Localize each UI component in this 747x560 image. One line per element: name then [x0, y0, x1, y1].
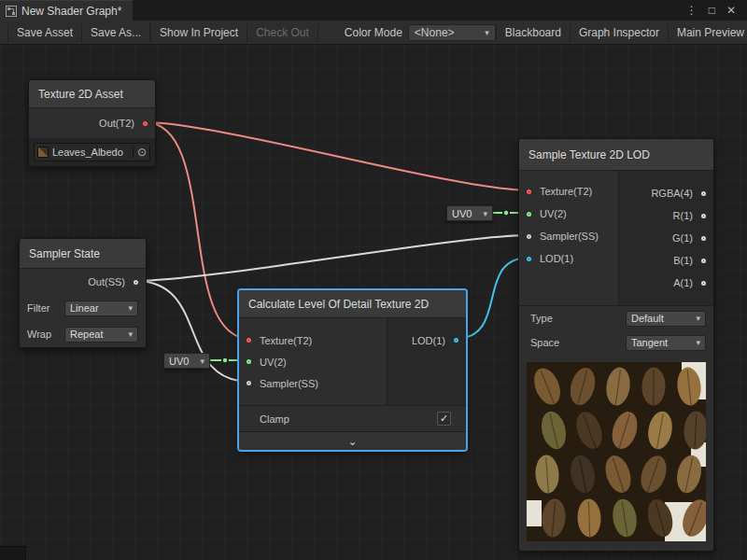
- node-preview: [519, 355, 713, 551]
- uv-channel-dropdown-calc[interactable]: UV0 ▾: [163, 353, 210, 369]
- ports-section: Texture(T2) UV(2) Sampler(SS) LOD(1): [519, 171, 713, 305]
- show-in-project-button[interactable]: Show In Project: [150, 23, 247, 42]
- filter-label: Filter: [27, 302, 59, 314]
- filter-value: Linear: [70, 302, 99, 314]
- port-out-b[interactable]: [701, 259, 706, 263]
- texture-name: Leaves_Albedo: [52, 147, 129, 158]
- port-in-uv[interactable]: [247, 359, 251, 364]
- color-mode-value: <None>: [415, 26, 455, 39]
- type-value: Default: [631, 313, 664, 324]
- port-row: Sampler(SS): [519, 225, 618, 247]
- edge-sampler-to-sample[interactable]: [135, 235, 529, 281]
- node-header[interactable]: Sampler State: [20, 239, 146, 269]
- node-calculate-lod[interactable]: Calculate Level Of Detail Texture 2D Tex…: [238, 289, 467, 451]
- node-header[interactable]: Sample Texture 2D LOD: [519, 139, 713, 171]
- toolbar: Save Asset Save As... Show In Project Ch…: [0, 21, 747, 45]
- port-row: UV(2): [519, 203, 618, 225]
- collapse-bar[interactable]: ⌄: [239, 431, 466, 450]
- space-value: Tangent: [631, 337, 668, 348]
- edge-texture-to-sample[interactable]: [145, 122, 529, 190]
- wrap-label: Wrap: [27, 329, 59, 340]
- port-row-out-t2: Out(T2): [29, 108, 155, 138]
- port-row: LOD(1): [519, 247, 618, 270]
- object-picker-icon[interactable]: ⊙: [133, 147, 147, 158]
- node-sample-texture-2d-lod[interactable]: Sample Texture 2D LOD Texture(T2) UV(2) …: [518, 138, 714, 552]
- node-sampler-state[interactable]: Sampler State Out(SS) Filter Linear ▾ Wr…: [19, 238, 147, 348]
- port-in-uv[interactable]: [527, 212, 531, 217]
- check-out-button[interactable]: Check Out: [247, 23, 318, 42]
- graph-inspector-button[interactable]: Graph Inspector: [571, 23, 669, 42]
- node-texture-2d-asset[interactable]: Texture 2D Asset Out(T2) Leaves_Albedo ⊙: [28, 79, 156, 167]
- clamp-checkbox[interactable]: ✓: [437, 412, 451, 426]
- port-row: Texture(T2): [239, 329, 387, 351]
- space-row: Space Tangent ▾: [519, 330, 713, 355]
- port-row: Sampler(SS): [239, 372, 387, 394]
- type-row: Type Default ▾: [519, 306, 713, 330]
- output-ports: LOD(1): [387, 318, 466, 405]
- chevron-down-icon: ▾: [128, 303, 133, 313]
- uv-dot-sample: [504, 211, 508, 215]
- space-dropdown[interactable]: Tangent ▾: [626, 335, 706, 351]
- type-dropdown[interactable]: Default ▾: [626, 311, 706, 327]
- save-as-button[interactable]: Save As...: [82, 23, 150, 42]
- port-in-sampler[interactable]: [527, 234, 531, 239]
- window-title: New Shader Graph*: [21, 5, 121, 18]
- type-label: Type: [530, 313, 553, 324]
- port-out-g[interactable]: [701, 236, 706, 241]
- port-label: G(1): [672, 232, 713, 244]
- port-out-ss[interactable]: [134, 280, 138, 285]
- port-out-r[interactable]: [701, 214, 706, 218]
- menu-icon[interactable]: ⋮: [681, 4, 703, 17]
- blackboard-button[interactable]: Blackboard: [496, 23, 571, 42]
- input-ports: Texture(T2) UV(2) Sampler(SS): [239, 318, 387, 405]
- port-in-sampler[interactable]: [247, 381, 251, 385]
- port-row: LOD(1): [388, 329, 466, 351]
- close-icon[interactable]: ✕: [721, 4, 741, 17]
- chevron-down-icon: ▾: [128, 329, 133, 339]
- wrap-value: Repeat: [70, 329, 103, 340]
- main-preview-button[interactable]: Main Preview: [669, 23, 747, 42]
- port-row: RGBA(4): [619, 182, 713, 204]
- wrap-row: Wrap Repeat ▾: [20, 321, 146, 347]
- edge-texture-to-calculate[interactable]: [145, 122, 250, 339]
- window-controls: ⋮ □ ✕: [681, 4, 747, 17]
- node-header[interactable]: Texture 2D Asset: [29, 80, 155, 108]
- filter-dropdown[interactable]: Linear ▾: [64, 301, 138, 316]
- node-properties: Type Default ▾ Space Tangent ▾: [519, 305, 713, 355]
- port-in-lod[interactable]: [527, 257, 531, 261]
- wrap-dropdown[interactable]: Repeat ▾: [64, 327, 138, 343]
- texture-field-row: Leaves_Albedo ⊙: [29, 138, 155, 166]
- ports-section: Texture(T2) UV(2) Sampler(SS) LOD(1): [239, 318, 466, 405]
- port-row-out-ss: Out(SS): [20, 269, 146, 295]
- uv-channel-value: UV0: [452, 208, 472, 219]
- uv-dot-ring: [502, 209, 510, 217]
- port-in-texture[interactable]: [247, 338, 251, 343]
- texture-object-field[interactable]: Leaves_Albedo ⊙: [34, 143, 150, 161]
- save-asset-button[interactable]: Save Asset: [7, 23, 82, 42]
- uv-channel-dropdown-sample[interactable]: UV0 ▾: [446, 205, 493, 221]
- chevron-down-icon: ▾: [485, 28, 489, 37]
- port-out-rgba[interactable]: [701, 191, 706, 196]
- window-tab[interactable]: New Shader Graph*: [0, 0, 133, 21]
- port-row: A(1): [619, 272, 713, 294]
- shader-graph-window: New Shader Graph* ⋮ □ ✕ Save Asset Save …: [0, 0, 747, 560]
- port-out-a[interactable]: [701, 281, 706, 286]
- texture-preview-image: [527, 362, 706, 541]
- maximize-icon[interactable]: □: [703, 4, 721, 17]
- port-label: A(1): [673, 277, 713, 288]
- graph-canvas[interactable]: Texture 2D Asset Out(T2) Leaves_Albedo ⊙…: [0, 45, 747, 560]
- input-ports: Texture(T2) UV(2) Sampler(SS) LOD(1): [519, 171, 618, 305]
- port-label: R(1): [673, 210, 713, 221]
- port-row: B(1): [619, 249, 713, 272]
- node-header[interactable]: Calculate Level Of Detail Texture 2D: [239, 290, 466, 318]
- port-row: G(1): [619, 227, 713, 249]
- filter-row: Filter Linear ▾: [20, 295, 146, 321]
- port-out-t2[interactable]: [143, 121, 148, 126]
- color-mode-dropdown[interactable]: <None> ▾: [408, 24, 496, 41]
- port-row: UV(2): [239, 351, 387, 372]
- space-label: Space: [530, 337, 559, 348]
- uv-dot-calc: [223, 358, 227, 362]
- port-out-lod[interactable]: [454, 338, 458, 343]
- port-in-texture[interactable]: [527, 189, 531, 194]
- clamp-row: Clamp ✓: [239, 405, 466, 431]
